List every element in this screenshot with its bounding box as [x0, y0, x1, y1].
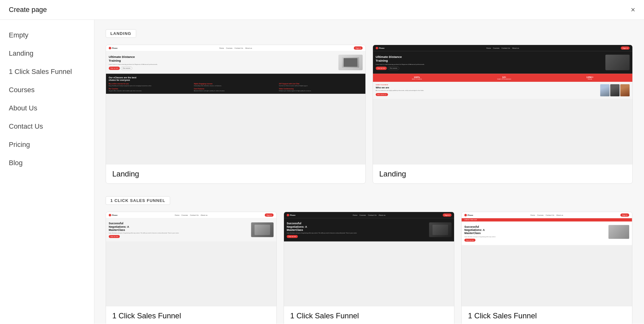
landing-dark-name: Landing	[373, 165, 632, 183]
landing-light-card[interactable]: Phase HomeCoursesContact UsAbout us Sign…	[106, 45, 366, 184]
sidebar-item-blog[interactable]: Blog	[0, 154, 94, 172]
landing-light-name: Landing	[106, 165, 365, 183]
sales-funnel-white-name: 1 Click Sales Funnel	[462, 306, 632, 324]
sidebar-item-about-us[interactable]: About Us	[0, 99, 94, 117]
sidebar-item-empty[interactable]: Empty	[0, 26, 94, 44]
sidebar-item-pricing[interactable]: Pricing	[0, 136, 94, 154]
sales-funnel-light-preview: Phase HomeCoursesContact UsAbout us Sign…	[106, 212, 276, 306]
close-button[interactable]: ×	[631, 6, 635, 14]
landing-dark-card[interactable]: Phase HomeCoursesContact UsAbout us Sign…	[373, 45, 633, 184]
sales-funnel-light-name: 1 Click Sales Funnel	[106, 306, 276, 324]
sales-funnel-section-label: 1 CLICK SALES FUNNEL	[106, 196, 170, 205]
modal-title: Create page	[9, 6, 47, 14]
sales-funnel-white-card[interactable]: Phase HomeCoursesContact UsAbout us Sign…	[461, 212, 632, 324]
sales-funnel-templates-grid: Phase HomeCoursesContact UsAbout us Sign…	[106, 212, 633, 324]
sidebar-item-contact-us[interactable]: Contact Us	[0, 117, 94, 136]
sales-funnel-dark-preview: Phase HomeCoursesContact UsAbout us Sign…	[284, 212, 454, 306]
landing-light-preview: Phase HomeCoursesContact UsAbout us Sign…	[106, 45, 365, 165]
sidebar-item-sales-funnel[interactable]: 1 Click Sales Funnel	[0, 63, 94, 81]
sidebar: Empty Landing 1 Click Sales Funnel Cours…	[0, 20, 94, 324]
landing-templates-grid: Phase HomeCoursesContact UsAbout us Sign…	[106, 45, 633, 184]
sales-funnel-light-card[interactable]: Phase HomeCoursesContact UsAbout us Sign…	[106, 212, 277, 324]
landing-dark-preview: Phase HomeCoursesContact UsAbout us Sign…	[373, 45, 632, 165]
sales-funnel-section: 1 CLICK SALES FUNNEL Phase HomeCoursesCo…	[106, 196, 633, 324]
landing-section-label: LANDING	[106, 29, 136, 38]
sales-funnel-dark-name: 1 Click Sales Funnel	[284, 306, 454, 324]
sidebar-item-courses[interactable]: Courses	[0, 81, 94, 99]
sidebar-item-landing[interactable]: Landing	[0, 44, 94, 63]
sales-funnel-white-preview: Phase HomeCoursesContact UsAbout us Sign…	[462, 212, 632, 306]
landing-section: LANDING Phase HomeCoursesContact UsAbout…	[106, 29, 633, 184]
modal-body: Empty Landing 1 Click Sales Funnel Cours…	[0, 20, 644, 324]
sales-funnel-dark-card[interactable]: Phase HomeCoursesContact UsAbout us Sign…	[284, 212, 455, 324]
modal-header: Create page ×	[0, 0, 644, 20]
main-content: LANDING Phase HomeCoursesContact UsAbout…	[94, 20, 644, 324]
